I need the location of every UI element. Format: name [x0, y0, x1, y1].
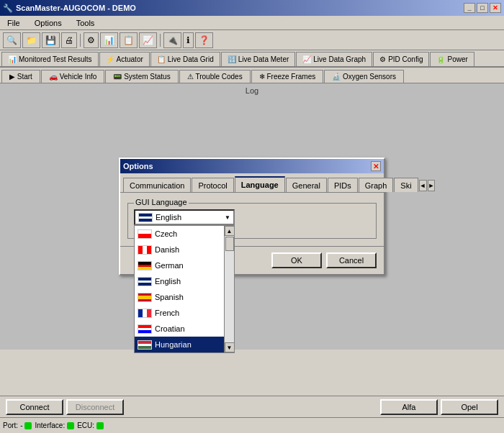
meter-icon: 🔢 — [228, 55, 236, 63]
bottom-buttons-bar: Connect Disconnect Alfa Opel — [0, 396, 504, 417]
tab-actuator[interactable]: ⚡ Actuator — [99, 52, 150, 66]
flag-hungarian — [138, 340, 152, 350]
interface-led — [67, 422, 74, 429]
toolbar-btn-7[interactable]: 📋 — [120, 32, 138, 48]
tab-monitored-test-results[interactable]: 📊 Monitored Test Results — [1, 52, 99, 66]
trouble-icon: ⚠ — [187, 73, 194, 81]
tab-vehicle-info[interactable]: 🚗 Vehicle Info — [41, 70, 105, 83]
tab-live-data-meter[interactable]: 🔢 Live Data Meter — [221, 52, 296, 66]
language-item-hungarian[interactable]: Hungarian ↖ — [135, 337, 224, 352]
dropdown-list: Czech Danish — [134, 225, 235, 353]
tab-system-status[interactable]: 📟 System Status — [105, 70, 178, 83]
list-scrollbar[interactable]: ▲ ▼ — [224, 226, 234, 352]
tab-live-data-graph[interactable]: 📈 Live Data Graph — [296, 52, 372, 66]
flag-croatian — [138, 324, 152, 334]
title-bar-left: 🔧 ScanMaster-AUGOCOM - DEMO — [3, 4, 136, 13]
dialog-tab-graph[interactable]: Graph — [359, 178, 394, 192]
minimize-button[interactable]: _ — [464, 3, 475, 13]
scroll-up-button[interactable]: ▲ — [225, 226, 235, 236]
cancel-button[interactable]: Cancel — [326, 252, 377, 268]
menu-bar: File Options Tools — [0, 16, 504, 30]
scroll-down-button[interactable]: ▼ — [225, 342, 235, 352]
alfa-button[interactable]: Alfa — [380, 399, 438, 415]
language-item-czech[interactable]: Czech — [135, 226, 224, 242]
flag-spanish — [138, 293, 152, 302]
actuator-icon: ⚡ — [106, 55, 114, 63]
dialog-tab-pids[interactable]: PIDs — [328, 178, 358, 192]
scroll-track — [225, 236, 235, 342]
tab-start[interactable]: ▶ Start — [1, 70, 40, 83]
toolbar-btn-5[interactable]: ⚙ — [84, 32, 99, 48]
toolbar: 🔍 📁 💾 🖨 ⚙ 📊 📋 📈 🔌 ℹ ❓ — [0, 30, 504, 50]
toolbar-btn-11[interactable]: ❓ — [195, 32, 213, 48]
dialog-title-bar: Options ✕ — [120, 159, 384, 173]
app-title: ScanMaster-AUGOCOM - DEMO — [16, 4, 136, 12]
tab-oxygen-sensors[interactable]: 🔬 Oxygen Sensors — [324, 70, 404, 83]
dialog-tab-communication[interactable]: Communication — [123, 178, 191, 192]
menu-tools[interactable]: Tools — [72, 17, 99, 29]
language-item-croatian[interactable]: Croatian — [135, 321, 224, 337]
language-item-danish[interactable]: Danish — [135, 242, 224, 257]
maximize-button[interactable]: □ — [477, 3, 488, 13]
tab-trouble-codes[interactable]: ⚠ Trouble Codes — [179, 70, 251, 83]
ok-button[interactable]: OK — [271, 252, 322, 268]
dropdown-selected-text: English — [156, 213, 181, 222]
tab-live-data-grid[interactable]: 📋 Live Data Grid — [150, 52, 220, 66]
toolbar-btn-6[interactable]: 📊 — [100, 32, 118, 48]
toolbar-btn-4[interactable]: 🖨 — [61, 32, 77, 48]
connect-button[interactable]: Connect — [6, 399, 63, 415]
main-area: Log Options ✕ Communication Protocol Lan… — [0, 83, 504, 350]
dialog-tab-language[interactable]: Language — [235, 176, 285, 192]
toolbar-btn-10[interactable]: ℹ — [183, 32, 194, 48]
options-dialog: Options ✕ Communication Protocol Languag… — [119, 158, 385, 275]
group-label: GUI Language — [134, 198, 189, 206]
toolbar-btn-3[interactable]: 💾 — [42, 32, 60, 48]
language-item-french[interactable]: French — [135, 305, 224, 321]
language-item-spanish[interactable]: Spanish — [135, 289, 224, 305]
port-value: - — [20, 421, 22, 429]
dropdown-selected-content: English — [138, 213, 181, 222]
menu-options[interactable]: Options — [30, 17, 66, 29]
dialog-tab-arrow-left[interactable]: ◄ — [419, 180, 427, 191]
scroll-thumb[interactable] — [225, 237, 234, 251]
tab-freeze-frames[interactable]: ❄ Freeze Frames — [251, 70, 324, 83]
opel-button[interactable]: Opel — [441, 399, 498, 415]
dropdown-arrow-icon: ▼ — [225, 214, 230, 221]
menu-file[interactable]: File — [3, 17, 24, 29]
bottom-tab-bar: ▶ Start 🚗 Vehicle Info 📟 System Status ⚠… — [0, 68, 504, 83]
toolbar-btn-1[interactable]: 🔍 — [3, 32, 21, 48]
interface-label: Interface: — [35, 421, 65, 429]
dialog-tab-general[interactable]: General — [286, 178, 327, 192]
chart-icon: 📊 — [8, 55, 17, 63]
toolbar-btn-9[interactable]: 🔌 — [163, 32, 181, 48]
start-icon: ▶ — [9, 73, 15, 81]
language-dropdown[interactable]: English ▼ Czech — [134, 209, 235, 225]
disconnect-button[interactable]: Disconnect — [66, 399, 124, 415]
tab-power[interactable]: 🔋 Power — [430, 52, 474, 66]
bottom-right-buttons: Alfa Opel — [380, 399, 498, 415]
grid-icon: 📋 — [157, 55, 166, 63]
pid-icon: ⚙ — [379, 55, 386, 63]
dialog-tab-arrow-right[interactable]: ► — [428, 180, 436, 191]
toolbar-btn-2[interactable]: 📁 — [22, 32, 40, 48]
language-item-english[interactable]: English — [135, 273, 224, 289]
title-bar: 🔧 ScanMaster-AUGOCOM - DEMO _ □ ✕ — [0, 0, 504, 16]
selected-flag-uk — [138, 213, 153, 222]
toolbar-btn-8[interactable]: 📈 — [139, 32, 157, 48]
toolbar-sep-1 — [80, 34, 81, 47]
title-bar-controls: _ □ ✕ — [464, 3, 501, 13]
list-items: Czech Danish — [135, 226, 224, 352]
graph-icon: 📈 — [302, 55, 311, 63]
dialog-title-text: Options — [123, 162, 153, 170]
dialog-content: GUI Language English ▼ — [120, 193, 384, 246]
language-item-german[interactable]: German — [135, 257, 224, 273]
dialog-close-button[interactable]: ✕ — [371, 161, 381, 171]
dialog-tab-protocol[interactable]: Protocol — [192, 178, 233, 192]
freeze-icon: ❄ — [259, 73, 265, 81]
tab-pid-config[interactable]: ⚙ PID Config — [373, 52, 429, 66]
close-button[interactable]: ✕ — [490, 3, 501, 13]
status-bar: Port: - Interface: ECU: — [0, 417, 504, 433]
dropdown-selected[interactable]: English ▼ — [134, 209, 235, 225]
port-status: Port: - — [3, 421, 32, 429]
dialog-tab-ski[interactable]: Ski — [394, 178, 418, 192]
